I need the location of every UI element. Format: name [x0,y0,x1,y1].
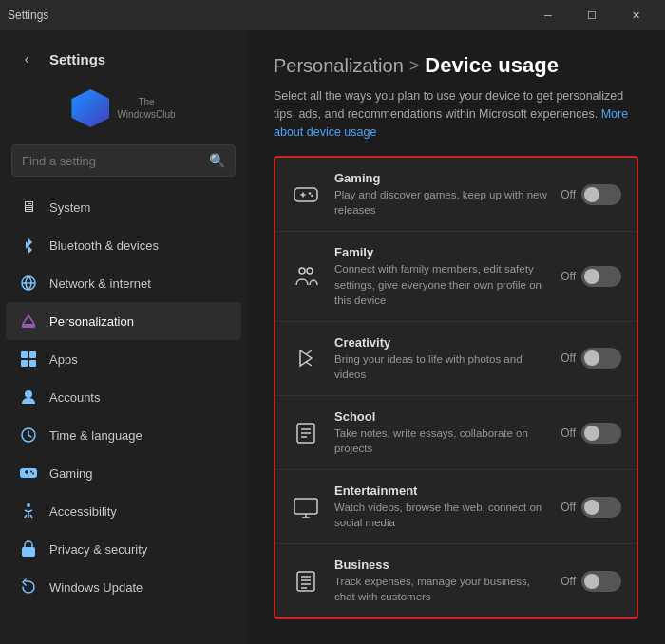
page-description: Select all the ways you plan to use your… [274,87,638,141]
sidebar-item-gaming[interactable]: Gaming [6,454,241,492]
svg-point-17 [307,268,313,274]
svg-rect-4 [21,360,28,367]
gaming-toggle-group: Off [560,184,621,205]
breadcrumb-current: Device usage [425,53,559,78]
accessibility-icon [19,502,38,521]
school-option-title: School [334,409,547,424]
breadcrumb-parent: Personalization [274,55,404,77]
system-icon: 🖥 [19,198,38,217]
school-option-text: School Take notes, write essays, collabo… [334,409,547,456]
back-button[interactable]: ‹ [13,46,40,72]
option-gaming: Gaming Play and discover games, keep up … [276,158,636,232]
business-toggle[interactable] [581,571,621,592]
svg-rect-12 [22,547,35,557]
accounts-icon [19,388,38,407]
svg-point-11 [27,503,30,507]
creativity-option-desc: Bring your ideas to life with photos and… [334,351,547,382]
sidebar-item-apps[interactable]: Apps [6,340,241,378]
option-family: Family Connect with family members, edit… [276,232,636,321]
gaming-toggle[interactable] [581,184,621,205]
main-content: Personalization > Device usage Select al… [247,30,665,644]
privacy-footer: Privacy resources About these settings a… [274,638,638,644]
maximize-button[interactable]: ☐ [570,0,614,30]
privacy-icon [19,540,38,559]
sidebar-item-time[interactable]: Time & language [6,416,241,454]
svg-rect-5 [29,360,36,367]
creativity-option-title: Creativity [334,335,547,350]
search-icon: 🔍 [209,153,225,168]
svg-rect-2 [21,351,28,358]
entertainment-option-text: Entertainment Watch videos, browse the w… [334,483,547,530]
update-icon [19,578,38,597]
breadcrumb: Personalization > Device usage [274,53,638,78]
svg-rect-1 [22,324,35,328]
sidebar-item-label: System [49,200,90,215]
close-button[interactable]: ✕ [614,0,657,30]
creativity-option-text: Creativity Bring your ideas to life with… [334,335,547,382]
family-toggle-group: Off [560,266,621,287]
gaming-option-title: Gaming [334,171,547,185]
bluetooth-icon [19,236,38,255]
school-toggle[interactable] [581,423,621,444]
options-container: Gaming Play and discover games, keep up … [274,156,638,619]
svg-point-16 [299,268,305,274]
option-creativity: Creativity Bring your ideas to life with… [276,322,636,396]
titlebar-controls: ─ ☐ ✕ [526,0,657,30]
sidebar-item-label: Gaming [49,466,93,481]
svg-rect-8 [20,468,37,478]
sidebar-item-network[interactable]: Network & internet [6,264,241,302]
business-toggle-group: Off [560,571,621,592]
logo-text: The WindowsClub [117,96,175,121]
entertainment-toggle-label: Off [560,501,576,514]
school-toggle-label: Off [560,426,576,440]
minimize-button[interactable]: ─ [526,0,570,30]
network-icon [19,274,38,293]
svg-point-14 [309,192,312,195]
gaming-option-desc: Play and discover games, keep up with ne… [334,187,547,218]
business-toggle-label: Off [560,575,576,588]
school-toggle-group: Off [560,423,621,444]
entertainment-option-title: Entertainment [334,483,547,498]
family-option-icon [291,261,321,292]
search-box[interactable]: 🔍 [11,144,236,177]
titlebar-title: Settings [8,9,48,22]
family-option-title: Family [334,245,547,259]
sidebar-item-personalization[interactable]: Personalization [6,302,241,340]
svg-rect-3 [29,351,36,358]
sidebar-item-bluetooth[interactable]: Bluetooth & devices [6,226,241,264]
family-toggle[interactable] [581,266,621,287]
sidebar-item-accounts[interactable]: Accounts [6,378,241,416]
creativity-option-icon [291,343,321,373]
sidebar-nav: 🖥 System Bluetooth & devices Network & i… [0,188,247,606]
apps-icon [19,350,38,369]
creativity-toggle[interactable] [581,348,621,369]
sidebar-item-label: Privacy & security [49,542,147,557]
sidebar-item-label: Windows Update [49,580,142,595]
sidebar-item-label: Accounts [49,390,100,405]
school-option-desc: Take notes, write essays, collaborate on… [334,426,547,456]
sidebar-item-update[interactable]: Windows Update [6,568,241,606]
family-toggle-label: Off [560,270,576,283]
business-option-text: Business Track expenses, manage your bus… [334,558,547,604]
logo-area: The WindowsClub [0,80,247,141]
entertainment-option-icon [291,492,321,522]
creativity-toggle-label: Off [560,351,576,365]
svg-point-15 [311,195,314,198]
sidebar-header: ‹ Settings [0,30,247,80]
sidebar-item-accessibility[interactable]: Accessibility [6,492,241,530]
entertainment-toggle[interactable] [581,497,621,518]
option-school: School Take notes, write essays, collabo… [276,396,636,470]
personalization-icon [19,312,38,331]
business-option-icon [291,566,321,597]
sidebar-item-label: Personalization [49,314,134,329]
gaming-icon [19,464,38,483]
titlebar-left: Settings [8,9,48,22]
business-option-desc: Track expenses, manage your business, ch… [334,574,547,604]
search-input[interactable] [22,154,209,168]
sidebar-item-label: Apps [49,352,78,367]
sidebar-item-system[interactable]: 🖥 System [6,188,241,226]
entertainment-option-desc: Watch videos, browse the web, connect on… [334,500,547,530]
sidebar-item-privacy[interactable]: Privacy & security [6,530,241,568]
sidebar-item-label: Accessibility [49,504,117,519]
gaming-toggle-label: Off [560,188,576,201]
